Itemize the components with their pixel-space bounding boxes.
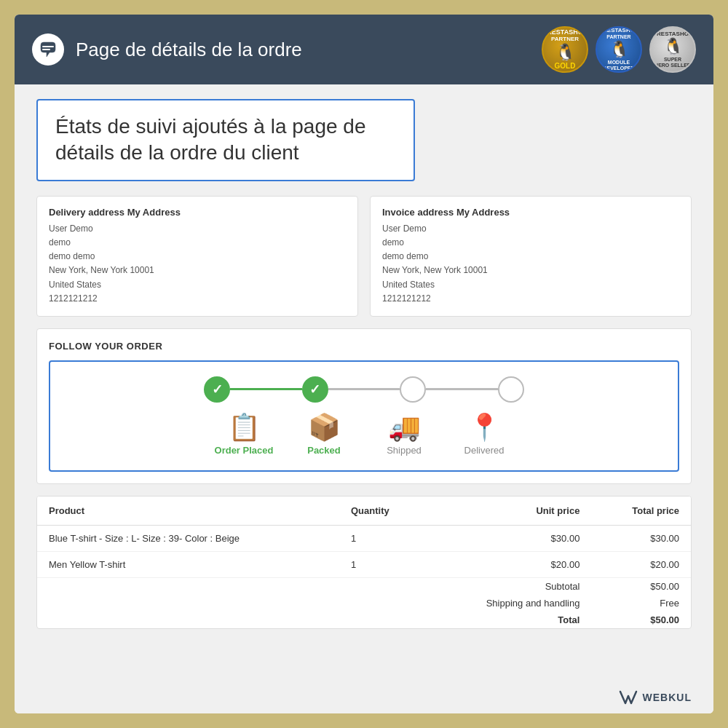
badge-gold: PRESTASHOP PARTNER 🐧 GOLD xyxy=(542,26,588,73)
step-label-shipped: Shipped xyxy=(387,445,422,456)
product-total-2: $20.00 xyxy=(591,551,691,577)
step-order-placed: 📋 Order Placed xyxy=(211,414,277,456)
progress-line-3 xyxy=(426,388,498,390)
col-product: Product xyxy=(37,496,339,526)
product-unit-1: $30.00 xyxy=(427,525,592,551)
total-label: Total xyxy=(427,612,592,628)
product-total-1: $30.00 xyxy=(591,525,691,551)
order-tracking-section: FOLLOW YOUR ORDER ✓ ✓ xyxy=(36,328,692,484)
delivery-address-card: Delivery address My Address User Demodem… xyxy=(36,196,358,317)
main-content: États de suivi ajoutés à la page de déta… xyxy=(15,84,713,681)
invoice-address-lines: User Demodemodemo demoNew York, New York… xyxy=(382,222,679,306)
header: Page de détails de la ordre PRESTASHOP P… xyxy=(15,15,713,84)
step-delivered: 📍 Delivered xyxy=(451,414,517,456)
step-circle-1: ✓ xyxy=(204,376,230,403)
webkul-logo: WEBKUL xyxy=(618,687,692,708)
col-total-price: Total price xyxy=(591,496,691,526)
logo-icon xyxy=(38,39,58,60)
table-row: Blue T-shirt - Size : L- Size : 39- Colo… xyxy=(37,525,691,551)
invoice-address-title: Invoice address My Address xyxy=(382,207,679,218)
banner-box: États de suivi ajoutés à la page de déta… xyxy=(36,99,415,181)
table-row: Men Yellow T-shirt 1 $20.00 $20.00 xyxy=(37,551,691,577)
logo-circle xyxy=(32,33,64,66)
header-left: Page de détails de la ordre xyxy=(32,33,302,66)
delivered-icon: 📍 xyxy=(468,414,501,440)
step-circle-3 xyxy=(400,376,426,403)
subtotal-label: Subtotal xyxy=(427,577,592,595)
progress-line-1 xyxy=(230,388,302,390)
step-shipped: 🚚 Shipped xyxy=(371,414,437,456)
shipping-row: Shipping and handling Free xyxy=(37,595,691,612)
subtotal-row: Subtotal $50.00 xyxy=(37,577,691,595)
order-placed-icon: 📋 xyxy=(228,414,261,440)
table-body: Blue T-shirt - Size : L- Size : 39- Colo… xyxy=(37,525,691,628)
badges-container: PRESTASHOP PARTNER 🐧 GOLD PRESTASHOP PAR… xyxy=(542,26,696,73)
delivery-address-lines: User Demodemodemo demoNew York, New York… xyxy=(49,222,346,306)
tracking-box: ✓ ✓ 📋 Order Placed xyxy=(49,360,679,472)
subtotal-value: $50.00 xyxy=(591,577,691,595)
products-table: Product Quantity Unit price Total price … xyxy=(37,496,691,628)
shipping-value: Free xyxy=(591,595,691,612)
step-circle-4 xyxy=(498,376,524,403)
col-unit-price: Unit price xyxy=(427,496,592,526)
tracking-title: FOLLOW YOUR ORDER xyxy=(49,341,679,352)
progress-row: ✓ ✓ xyxy=(204,376,524,403)
banner-text: États de suivi ajoutés à la page de déta… xyxy=(55,115,366,164)
shipping-label: Shipping and handling xyxy=(427,595,592,612)
total-row: Total $50.00 xyxy=(37,612,691,628)
product-unit-2: $20.00 xyxy=(427,551,592,577)
address-row: Delivery address My Address User Demodem… xyxy=(36,196,692,317)
footer: WEBKUL xyxy=(15,681,713,713)
product-qty-2: 1 xyxy=(339,551,427,577)
packed-icon: 📦 xyxy=(308,414,341,440)
total-value: $50.00 xyxy=(591,612,691,628)
step-circle-2: ✓ xyxy=(302,376,328,403)
shipped-icon: 🚚 xyxy=(388,414,421,440)
step-label-order-placed: Order Placed xyxy=(215,445,274,456)
product-name-2: Men Yellow T-shirt xyxy=(37,551,339,577)
delivery-address-title: Delivery address My Address xyxy=(49,207,346,218)
badge-module: PRESTASHOP PARTNER 🐧 MODULEDEVELOPER xyxy=(596,26,642,73)
invoice-address-card: Invoice address My Address User Demodemo… xyxy=(370,196,692,317)
icons-row: 📋 Order Placed 📦 Packed 🚚 Shipped 📍 Deli… xyxy=(204,414,524,456)
col-quantity: Quantity xyxy=(339,496,427,526)
product-name-1: Blue T-shirt - Size : L- Size : 39- Colo… xyxy=(37,525,339,551)
webkul-icon xyxy=(618,687,638,708)
step-label-packed: Packed xyxy=(307,445,341,456)
webkul-brand-name: WEBKUL xyxy=(643,692,692,703)
badge-seller: PRESTASHOP 🐧 SUPERHERO SELLER xyxy=(649,26,696,73)
products-section: Product Quantity Unit price Total price … xyxy=(36,496,692,629)
page-title: Page de détails de la ordre xyxy=(76,39,302,61)
product-qty-1: 1 xyxy=(339,525,427,551)
progress-line-2 xyxy=(328,388,400,390)
step-packed: 📦 Packed xyxy=(291,414,357,456)
table-header: Product Quantity Unit price Total price xyxy=(37,496,691,526)
step-label-delivered: Delivered xyxy=(464,445,505,456)
